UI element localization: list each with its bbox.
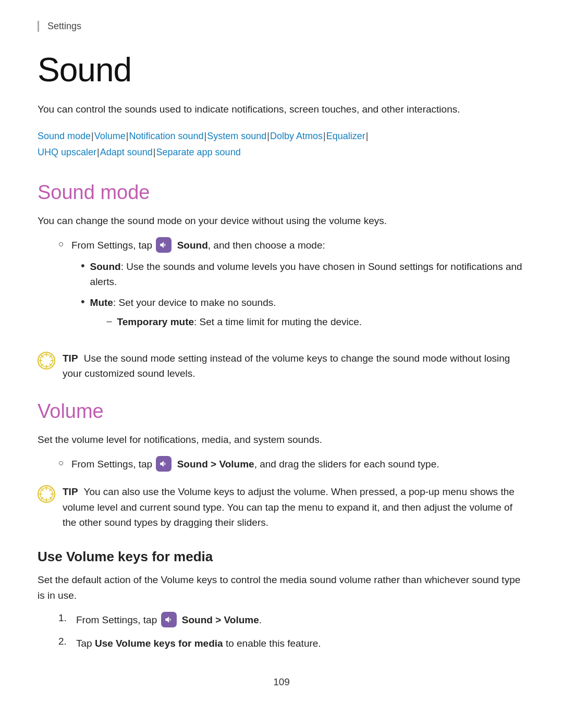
- svg-line-16: [42, 489, 43, 491]
- sound-mode-step1-bold: Sound: [177, 240, 208, 251]
- volume-steps: ○ From Settings, tap Sound > Volume, and…: [38, 456, 525, 473]
- sub-bullet-sound: • Sound: Use the sounds and volume level…: [71, 259, 525, 290]
- step2-bold: Use Volume keys for media: [95, 638, 223, 649]
- sub-bullet-mute-text: Mute: Set your device to make no sounds.…: [90, 295, 362, 334]
- volume-step1-text: From Settings, tap Sound > Volume, and d…: [71, 456, 439, 473]
- use-volume-keys-title: Use Volume keys for media: [38, 549, 525, 565]
- volume-tip: TIP You can also use the Volume keys to …: [38, 484, 525, 530]
- use-volume-keys-step1: 1. From Settings, tap Sound > Volume.: [38, 612, 525, 628]
- temp-mute-text: Temporary mute: Set a time limit for mut…: [117, 314, 362, 329]
- sound-mode-sub-bullets: • Sound: Use the sounds and volume level…: [71, 259, 525, 334]
- svg-line-9: [42, 364, 43, 365]
- sound-icon-inline-2: [156, 456, 172, 472]
- svg-line-8: [50, 356, 51, 357]
- sound-icon-inline-1: [156, 237, 172, 253]
- page-number: 109: [38, 676, 525, 688]
- svg-line-19: [42, 497, 43, 499]
- sound-mode-step1-text: From Settings, tap Sound, and then choos…: [71, 238, 525, 339]
- tip-icon-1: [38, 352, 55, 369]
- tip-label-1: TIP: [63, 353, 78, 364]
- toc-link-system-sound[interactable]: System sound: [207, 131, 266, 141]
- toc-link-separate-app-sound[interactable]: Separate app sound: [156, 147, 241, 157]
- volume-step1-bold: Sound > Volume: [177, 459, 254, 470]
- toc-link-equalizer[interactable]: Equalizer: [326, 131, 365, 141]
- sound-icon-inline-3: [161, 612, 177, 627]
- tip-icon-2: [38, 485, 55, 503]
- toc-link-notification-sound[interactable]: Notification sound: [129, 131, 204, 141]
- step1-text: From Settings, tap Sound > Volume.: [76, 612, 262, 628]
- step1-bold: Sound > Volume: [182, 614, 259, 625]
- step2-text: Tap Use Volume keys for media to enable …: [76, 636, 321, 651]
- toc-link-dolby-atmos[interactable]: Dolby Atmos: [270, 131, 323, 141]
- sound-mode-tip: TIP Use the sound mode setting instead o…: [38, 351, 525, 381]
- toc-link-volume[interactable]: Volume: [94, 131, 126, 141]
- sound-mode-title: Sound mode: [38, 181, 525, 204]
- toc-link-adapt-sound[interactable]: Adapt sound: [100, 147, 153, 157]
- bullet-circle-1: ○: [58, 239, 64, 250]
- svg-line-7: [50, 364, 51, 365]
- toc-link-sound-mode[interactable]: Sound mode: [38, 131, 91, 141]
- sub-sub-item-temp-mute: – Temporary mute: Set a time limit for m…: [90, 314, 362, 329]
- volume-section: Volume Set the volume level for notifica…: [38, 400, 525, 530]
- svg-line-18: [50, 489, 51, 491]
- sub-bullet-sound-text: Sound: Use the sounds and volume levels …: [90, 259, 525, 290]
- use-volume-keys-section: Use Volume keys for media Set the defaul…: [38, 549, 525, 651]
- bullet-circle-vol: ○: [58, 458, 64, 468]
- breadcrumb: Settings: [38, 21, 525, 32]
- tip-label-2: TIP: [63, 486, 78, 497]
- sound-mode-desc: You can change the sound mode on your de…: [38, 213, 525, 228]
- toc-link-uhq-upscaler[interactable]: UHQ upscaler: [38, 147, 96, 157]
- step-num-2: 2.: [58, 636, 71, 647]
- sound-mode-section: Sound mode You can change the sound mode…: [38, 181, 525, 381]
- use-volume-keys-step2: 2. Tap Use Volume keys for media to enab…: [38, 636, 525, 651]
- volume-title: Volume: [38, 400, 525, 423]
- sound-mode-tip-text: TIP Use the sound mode setting instead o…: [63, 351, 525, 381]
- use-volume-keys-desc: Set the default action of the Volume key…: [38, 572, 525, 603]
- sound-mode-step1: ○ From Settings, tap Sound, and then cho…: [38, 238, 525, 339]
- page-title: Sound: [38, 51, 525, 89]
- svg-line-6: [42, 356, 43, 357]
- toc-links: Sound mode|Volume|Notification sound|Sys…: [38, 128, 525, 160]
- volume-tip-text: TIP You can also use the Volume keys to …: [63, 484, 525, 530]
- sub-sub-bullets: – Temporary mute: Set a time limit for m…: [90, 314, 362, 329]
- sub-bullet-mute: • Mute: Set your device to make no sound…: [71, 295, 525, 334]
- volume-step1: ○ From Settings, tap Sound > Volume, and…: [38, 456, 525, 473]
- use-volume-keys-steps: 1. From Settings, tap Sound > Volume. 2.…: [38, 612, 525, 651]
- step-num-1: 1.: [58, 612, 71, 624]
- volume-desc: Set the volume level for notifications, …: [38, 432, 525, 447]
- svg-line-17: [50, 497, 51, 499]
- sound-mode-steps: ○ From Settings, tap Sound, and then cho…: [38, 238, 525, 339]
- intro-text: You can control the sounds used to indic…: [38, 102, 525, 117]
